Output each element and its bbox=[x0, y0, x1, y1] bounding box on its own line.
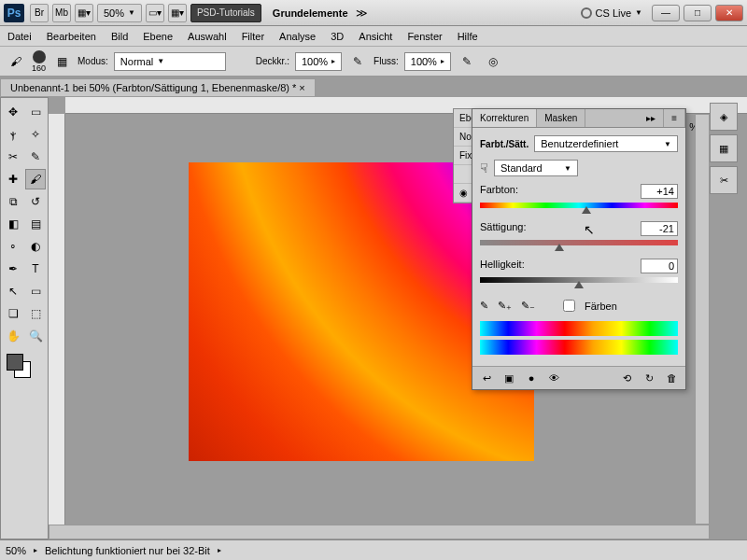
workspace-selector[interactable]: PSD-Tutorials bbox=[190, 4, 261, 22]
menu-ansicht[interactable]: Ansicht bbox=[359, 31, 392, 42]
hue-value[interactable]: +14 bbox=[641, 184, 678, 199]
mode-select[interactable]: Normal▼ bbox=[114, 52, 226, 71]
arrange-button[interactable]: ▭▾ bbox=[146, 4, 164, 22]
color-strip-bottom bbox=[480, 340, 678, 355]
return-icon[interactable]: ↩ bbox=[478, 371, 495, 385]
shape-tool[interactable]: ▭ bbox=[25, 281, 46, 301]
cslive-button[interactable]: CS Live▼ bbox=[581, 7, 642, 19]
close-button[interactable]: ✕ bbox=[715, 5, 743, 21]
move-tool[interactable]: ✥ bbox=[3, 102, 23, 122]
layers-icon[interactable]: ◈ bbox=[710, 103, 738, 131]
app-logo[interactable]: Ps bbox=[4, 4, 24, 22]
foreground-swatch[interactable] bbox=[7, 354, 23, 371]
zoom-dropdown[interactable]: 50%▼ bbox=[97, 4, 142, 22]
cslive-icon bbox=[581, 7, 592, 19]
options-bar: 🖌 160 ▦ Modus: Normal▼ Deckkr.: 100%▸ ✎ … bbox=[0, 47, 747, 77]
chevron-right-icon[interactable]: ≫ bbox=[356, 7, 368, 20]
lig-slider[interactable] bbox=[480, 277, 678, 287]
hand-tool[interactable]: ✋ bbox=[3, 326, 23, 346]
eyedropper-tool[interactable]: ✎ bbox=[25, 147, 46, 167]
tablet-pressure-icon[interactable]: ◎ bbox=[483, 51, 503, 72]
menu-bearbeiten[interactable]: Bearbeiten bbox=[47, 31, 96, 42]
tab-close-icon[interactable]: × bbox=[299, 82, 304, 93]
menu-ebene[interactable]: Ebene bbox=[143, 31, 173, 42]
opacity-field[interactable]: 100%▸ bbox=[295, 52, 342, 71]
collapsed-panels: ◈ ▦ ✂ bbox=[710, 103, 741, 198]
flow-label: Fluss: bbox=[374, 56, 399, 66]
3d-camera-tool[interactable]: ⬚ bbox=[25, 303, 46, 324]
document-tab[interactable]: Unbenannt-1 bei 50% (Farbton/Sättigung 1… bbox=[0, 78, 316, 96]
toolbox: ✥ ▭ ⲯ ✧ ✂ ✎ ✚ 🖌 ⧉ ↺ ◧ ▤ ∘ ◐ ✒ T ↖ ▭ ❏ ⬚ … bbox=[0, 97, 49, 539]
brush-tool[interactable]: 🖌 bbox=[25, 169, 46, 189]
clip-icon[interactable]: ● bbox=[523, 371, 540, 385]
crop-panel-icon[interactable]: ✂ bbox=[710, 166, 738, 194]
scrollbar-vertical[interactable] bbox=[695, 114, 710, 525]
opacity-label: Deckkr.: bbox=[256, 56, 289, 66]
visibility-icon[interactable]: 👁 bbox=[545, 371, 562, 385]
color-swatches[interactable] bbox=[3, 354, 46, 382]
document-tabs: Unbenannt-1 bei 50% (Farbton/Sättigung 1… bbox=[0, 77, 747, 97]
minimize-button[interactable]: ― bbox=[652, 5, 680, 21]
menu-fenster[interactable]: Fenster bbox=[407, 31, 442, 42]
blur-tool[interactable]: ∘ bbox=[3, 236, 23, 257]
brush-preset[interactable]: 160 bbox=[32, 50, 46, 73]
crop-tool[interactable]: ✂ bbox=[3, 147, 23, 167]
stamp-tool[interactable]: ⧉ bbox=[3, 191, 23, 212]
sat-slider[interactable] bbox=[480, 240, 678, 249]
hue-slider[interactable] bbox=[480, 203, 678, 212]
menu-auswahl[interactable]: Auswahl bbox=[188, 31, 227, 42]
reset-icon[interactable]: ↻ bbox=[641, 371, 657, 385]
expand-icon[interactable]: ▣ bbox=[500, 371, 517, 385]
lig-value[interactable]: 0 bbox=[641, 259, 678, 273]
eyedropper-icon[interactable]: ✎ bbox=[480, 300, 488, 312]
status-message: Belichtung funktioniert nur bei 32-Bit bbox=[45, 545, 210, 556]
scrollbar-horizontal[interactable] bbox=[49, 525, 710, 539]
flow-field[interactable]: 100%▸ bbox=[404, 52, 451, 71]
zoom-tool[interactable]: 🔍 bbox=[25, 326, 46, 346]
menu-datei[interactable]: Datei bbox=[7, 31, 32, 42]
brush-panel-toggle[interactable]: ▦ bbox=[51, 51, 72, 72]
wand-tool[interactable]: ✧ bbox=[25, 124, 46, 145]
tab-masken[interactable]: Masken bbox=[537, 109, 585, 127]
workspace-name: Grundelemente bbox=[273, 7, 348, 19]
status-zoom[interactable]: 50% bbox=[6, 545, 26, 556]
menu-3d[interactable]: 3D bbox=[331, 31, 344, 42]
bridge-button[interactable]: Br bbox=[30, 4, 49, 22]
swatches-icon[interactable]: ▦ bbox=[710, 134, 738, 162]
current-tool-icon[interactable]: 🖌 bbox=[6, 51, 26, 72]
eyedropper-minus-icon[interactable]: ✎₋ bbox=[521, 300, 535, 312]
type-tool[interactable]: T bbox=[25, 259, 46, 279]
panel-collapse-icon[interactable]: ▸▸ bbox=[639, 109, 664, 127]
opacity-pressure-icon[interactable]: ✎ bbox=[347, 51, 368, 72]
extras-button[interactable]: ▦▾ bbox=[168, 4, 187, 22]
panel-menu-icon[interactable]: ≡ bbox=[664, 109, 685, 127]
menu-bild[interactable]: Bild bbox=[111, 31, 128, 42]
minibridge-button[interactable]: Mb bbox=[52, 4, 71, 22]
menu-filter[interactable]: Filter bbox=[242, 31, 264, 42]
pen-tool[interactable]: ✒ bbox=[3, 259, 23, 279]
trash-icon[interactable]: 🗑 bbox=[663, 371, 680, 385]
prev-icon[interactable]: ⟲ bbox=[618, 371, 635, 385]
heal-tool[interactable]: ✚ bbox=[3, 169, 23, 189]
menu-analyse[interactable]: Analyse bbox=[279, 31, 316, 42]
3d-tool[interactable]: ❏ bbox=[3, 303, 23, 324]
range-select[interactable]: Standard▼ bbox=[494, 160, 578, 176]
gradient-tool[interactable]: ▤ bbox=[25, 214, 46, 234]
eraser-tool[interactable]: ◧ bbox=[3, 214, 23, 234]
hand-icon[interactable]: ☟ bbox=[480, 161, 488, 175]
sat-value[interactable]: -21 bbox=[641, 221, 678, 236]
tab-korrekturen[interactable]: Korrekturen bbox=[472, 109, 537, 127]
preset-select[interactable]: Benutzerdefiniert▼ bbox=[534, 135, 678, 152]
maximize-button[interactable]: □ bbox=[684, 5, 712, 21]
lasso-tool[interactable]: ⲯ bbox=[3, 124, 23, 145]
ruler-vertical[interactable] bbox=[49, 114, 65, 539]
history-brush-tool[interactable]: ↺ bbox=[25, 191, 46, 212]
colorize-checkbox[interactable] bbox=[563, 300, 575, 312]
menu-hilfe[interactable]: Hilfe bbox=[458, 31, 478, 42]
eyedropper-plus-icon[interactable]: ✎₊ bbox=[498, 300, 512, 312]
path-tool[interactable]: ↖ bbox=[3, 281, 23, 301]
dodge-tool[interactable]: ◐ bbox=[25, 236, 46, 257]
screenmode-button[interactable]: ▦▾ bbox=[75, 4, 93, 22]
marquee-tool[interactable]: ▭ bbox=[25, 102, 46, 122]
airbrush-icon[interactable]: ✎ bbox=[457, 51, 477, 72]
